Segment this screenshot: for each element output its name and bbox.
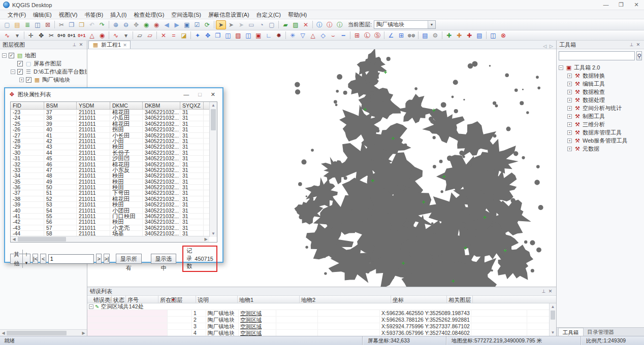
layer-checkbox[interactable]: ✓: [17, 69, 23, 75]
expand-toggle-icon[interactable]: −: [2, 53, 7, 58]
error-column-header[interactable]: 地物1: [238, 296, 300, 303]
chevron-down-icon[interactable]: ▼: [428, 21, 435, 28]
table-row[interactable]: -37 51 211011 下弯田 3405221032... 31: [11, 190, 217, 196]
full-extent-icon[interactable]: ▣: [182, 20, 192, 29]
toolbox-tree-item[interactable]: + ⚒ 数据库管理工具: [557, 128, 644, 136]
table-row[interactable]: -31 45 211011 沙田凹 3405221032... 31: [11, 156, 217, 161]
error-list-vscrollbar[interactable]: ▲ ▼: [549, 303, 556, 336]
menu-item[interactable]: 文件(F): [4, 10, 29, 19]
error-columns-header[interactable]: ▼ 错误类型状态序号所在图层说明地物1地物2坐标相关图层: [87, 296, 556, 303]
table-row[interactable]: -41 55 211011 门口秧田 3405221032... 31: [11, 214, 217, 219]
undo-icon[interactable]: ↶: [87, 20, 97, 29]
layer-info-icon[interactable]: ⓘ: [335, 20, 345, 29]
table-row[interactable]: -26 40 211011 拐田 3405221032... 31: [11, 127, 217, 132]
minimize-button[interactable]: —: [598, 0, 614, 10]
triangle-down-icon[interactable]: ▽: [298, 31, 308, 40]
equal-divide-icon[interactable]: =: [169, 31, 179, 40]
triangle-up-icon[interactable]: △: [308, 31, 318, 40]
layer-tree-item[interactable]: − ✓ ▧ 地图: [0, 51, 87, 59]
toolbox-tree-item[interactable]: + ⚒ 数据处理: [557, 96, 644, 104]
scrollbar-thumb[interactable]: [211, 109, 216, 130]
table-row[interactable]: -23 37 211011 棉花田 3405221032... 31: [11, 110, 217, 115]
save-icon[interactable]: ◫: [33, 20, 43, 29]
attribute-column-header[interactable]: BSM: [44, 102, 77, 109]
vertex-0-1-icon[interactable]: 0+1: [67, 31, 77, 40]
reshape-polygon-draw-icon[interactable]: ▱: [145, 31, 155, 40]
toolbox-tree-item[interactable]: + ⚒ Web服务管理工具: [557, 136, 644, 145]
close-button[interactable]: ✕: [629, 0, 644, 10]
error-column-header[interactable]: 坐标: [391, 296, 447, 303]
split-feature-icon[interactable]: ✂: [46, 31, 56, 40]
layer-tree-item[interactable]: + ✓ ▦ 陶厂镇地块: [0, 76, 87, 84]
vertex-0-0-icon[interactable]: 0+0: [56, 31, 67, 40]
show-selected-button[interactable]: 显示选中: [151, 254, 177, 264]
toolbox-search-input[interactable]: [559, 51, 635, 60]
pan-hand-icon[interactable]: ✥: [131, 20, 141, 29]
measure-add-icon[interactable]: ⊞: [352, 31, 362, 40]
ruler-dots-icon[interactable]: ┅: [338, 31, 348, 40]
scroll-left-icon[interactable]: ◀: [11, 237, 17, 242]
spline-tool-icon[interactable]: ⌣: [328, 31, 338, 40]
close-doc-icon[interactable]: ⊠: [43, 20, 53, 29]
expand-toggle-icon[interactable]: −: [11, 70, 15, 74]
label-s-icon[interactable]: Ⓢ: [372, 31, 382, 40]
move-features-icon[interactable]: ✥: [203, 31, 213, 40]
attribute-column-header[interactable]: YSDM: [77, 102, 110, 109]
table-row[interactable]: -29 43 211011 秧田 3405221032... 31: [11, 144, 217, 150]
delete-feature-icon[interactable]: ✕: [158, 31, 169, 40]
expand-icon[interactable]: +: [567, 90, 572, 94]
label-l-icon[interactable]: Ⓛ: [362, 31, 372, 40]
reshape-polygon-icon[interactable]: ▱: [135, 31, 145, 40]
other-dropdown-button[interactable]: 其他 |▼: [10, 254, 30, 264]
toolbox-tree-item[interactable]: + ⚒ 数据转换: [557, 72, 644, 80]
identify-info-red-icon[interactable]: ⓘ: [325, 20, 335, 29]
collapse-icon[interactable]: −: [89, 304, 93, 309]
attribute-table-header[interactable]: FIDBSMYSDMDKMCDKBMSYQXZ: [11, 102, 217, 110]
toolbox-tree-item[interactable]: + ⚒ 元数据: [557, 145, 644, 153]
import-data-icon[interactable]: ≣: [22, 20, 33, 29]
next-view-icon[interactable]: ▶: [172, 20, 182, 29]
menu-item[interactable]: 空间选取(S): [168, 10, 205, 19]
feature-list-icon[interactable]: ▤: [474, 31, 485, 40]
scroll-down-icon[interactable]: ▼: [550, 329, 556, 336]
clear-selection-icon[interactable]: ✕: [301, 20, 311, 29]
expand-icon[interactable]: +: [567, 82, 572, 86]
toolbox-tree-item[interactable]: + ⚒ 制图工具: [557, 112, 644, 120]
scrollbar-thumb[interactable]: [551, 310, 555, 320]
box-diagonal-icon[interactable]: ▨: [233, 31, 243, 40]
table-row[interactable]: -42 56 211011 秧田 3405221032... 31: [11, 219, 217, 225]
select-circle-icon[interactable]: ◔: [256, 20, 267, 29]
zoom-out-icon[interactable]: ⊖: [121, 20, 131, 29]
cell-description[interactable]: 空洞区域: [239, 323, 276, 329]
save-edits-icon[interactable]: ◫: [488, 31, 498, 40]
error-column-header[interactable]: 所在图层: [158, 296, 196, 303]
add-point-feature-icon[interactable]: ✚: [444, 31, 454, 40]
error-row[interactable]: 2 陶厂镇地块 空洞区域 X:596263.788126 Y:3525262.9…: [87, 317, 556, 323]
record-number-input[interactable]: [48, 254, 94, 264]
close-icon[interactable]: ✕: [78, 42, 84, 47]
select-screen-icon[interactable]: ▢: [267, 20, 277, 29]
scrollbar-thumb[interactable]: [7, 331, 67, 335]
dialog-maximize-button[interactable]: □: [198, 91, 202, 98]
select-tool-icon[interactable]: ➤: [216, 20, 226, 29]
toolbox-root-item[interactable]: − ▣ 工具箱 2.0: [557, 63, 644, 72]
menu-item[interactable]: 插入(I): [107, 10, 130, 19]
copy-icon[interactable]: ❐: [67, 20, 77, 29]
expand-icon[interactable]: +: [567, 98, 572, 102]
layer-checkbox[interactable]: ✓: [9, 53, 14, 58]
attribute-column-header[interactable]: DKBM: [143, 102, 180, 109]
zoom-selection-icon[interactable]: ◉: [141, 20, 151, 29]
toolbox-tree-item[interactable]: + ⚒ 数据检查: [557, 88, 644, 96]
binoculars-icon[interactable]: ⊙⊙: [406, 31, 416, 40]
zoom-layer-icon[interactable]: ◉: [151, 20, 162, 29]
expand-icon[interactable]: +: [567, 130, 572, 135]
table-row[interactable]: -36 50 211011 秧田 3405221032... 31: [11, 185, 217, 190]
export-image-icon[interactable]: ▤: [420, 31, 430, 40]
sketch-dropdown-icon[interactable]: ▾: [12, 31, 22, 40]
settings-gear-icon[interactable]: ⚙: [430, 31, 440, 40]
add-polygon-feature-icon[interactable]: ✚: [464, 31, 474, 40]
table-row[interactable]: -33 47 211011 小东反 3405221032... 31: [11, 167, 217, 173]
error-column-header[interactable]: 说明: [196, 296, 238, 303]
tab-catalog-manager[interactable]: 目录管理器: [584, 328, 619, 336]
cell-description[interactable]: 空洞区域: [239, 330, 276, 336]
